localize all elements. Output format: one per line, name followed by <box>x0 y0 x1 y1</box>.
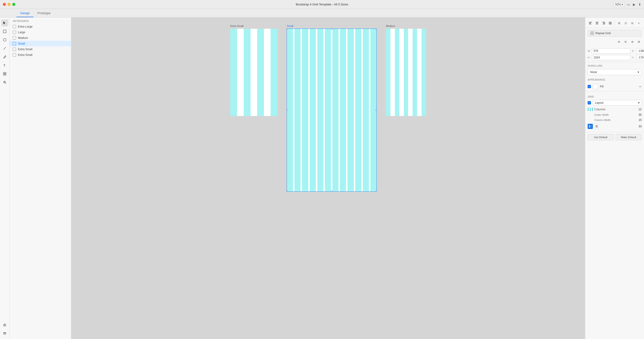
svg-rect-35 <box>589 125 590 128</box>
distribute-right-icon[interactable]: ⊟ <box>629 20 635 26</box>
sidebar-item-extra-small-1[interactable]: Extra Small <box>10 46 71 52</box>
zoom-chevron-icon: ▾ <box>622 3 623 6</box>
align-justify-icon[interactable] <box>608 20 613 26</box>
svg-point-2 <box>3 38 6 41</box>
layers-icon[interactable] <box>1 330 8 337</box>
align-left-icon[interactable] <box>588 20 593 26</box>
x-input[interactable] <box>636 48 644 53</box>
artboard-canvas-small[interactable] <box>287 29 376 191</box>
sidebar-item-large[interactable]: Large <box>10 29 71 35</box>
component-tool[interactable] <box>1 70 8 77</box>
handle-middle-left[interactable] <box>287 109 288 111</box>
line-tool[interactable] <box>1 45 8 52</box>
svg-rect-8 <box>3 74 4 75</box>
height-input[interactable] <box>592 55 630 60</box>
fill-edit-icon[interactable]: ✏ <box>639 85 642 88</box>
column-width-value: 15 <box>638 118 642 122</box>
make-default-button[interactable]: Make Default <box>616 134 642 140</box>
artboard-icon <box>13 36 16 40</box>
repeat-grid-button[interactable]: Repeat Grid <box>588 30 642 36</box>
height-group: H <box>588 55 630 60</box>
svg-rect-23 <box>596 23 598 23</box>
use-default-button[interactable]: Use Default <box>588 134 614 140</box>
tab-prototype[interactable]: Prototype <box>34 9 54 17</box>
x-label: X <box>632 49 635 52</box>
paste-in-place-icon[interactable]: ⊕ <box>629 39 635 44</box>
sidebar-item-extra-large[interactable]: Extra Large <box>10 24 71 29</box>
svg-rect-20 <box>589 23 591 23</box>
distribute-left-icon[interactable]: ⊞ <box>616 20 622 26</box>
scrolling-dropdown[interactable]: None ▾ <box>588 69 642 75</box>
handle-bottom-center[interactable] <box>331 190 332 191</box>
text-tool[interactable]: T <box>1 62 8 69</box>
padding-icons <box>588 124 599 129</box>
copy-icon[interactable]: ⧉ <box>616 39 622 44</box>
sidebar-item-medium[interactable]: Medium <box>10 35 71 41</box>
paste-appearance-icon[interactable]: ⊞ <box>636 39 642 44</box>
align-right-icon[interactable] <box>601 20 606 26</box>
sidebar-item-extra-small-2[interactable]: Extra Small <box>10 52 71 58</box>
artboard-icon <box>13 53 16 56</box>
handle-top-center[interactable] <box>331 29 332 30</box>
svg-rect-29 <box>609 23 612 23</box>
svg-rect-16 <box>3 333 6 333</box>
padding-row: 33 <box>585 123 644 130</box>
distribute-center-icon[interactable]: ⊡ <box>623 20 628 26</box>
play-icon[interactable]: ▶ <box>633 2 636 6</box>
rectangle-tool[interactable] <box>1 28 8 35</box>
svg-rect-34 <box>592 33 594 35</box>
width-input[interactable] <box>592 48 630 53</box>
grid-checkbox[interactable]: ✓ <box>588 101 591 104</box>
artboard-canvas-medium[interactable] <box>386 29 426 116</box>
device-icon[interactable]: ▭ <box>627 2 630 6</box>
svg-rect-18 <box>3 334 6 335</box>
artboard-label-extra-small: Extra Small <box>230 24 244 27</box>
grid-layout-label: Layout <box>595 101 604 104</box>
alignment-toolbar: ⊞ ⊡ ⊟ ≡ <box>585 19 644 28</box>
window-title: Bootstrap 4 Grid Template - All 5 Sizes <box>296 2 348 6</box>
right-panel: ⊞ ⊡ ⊟ ≡ Repeat Grid ⧉ ⧉ ⊕ ⊞ W <box>585 17 644 339</box>
svg-rect-9 <box>5 74 6 75</box>
distribute-justify-icon[interactable]: ≡ <box>636 20 642 26</box>
align-center-icon[interactable] <box>594 20 600 26</box>
fill-checkbox[interactable]: ✓ <box>588 85 591 88</box>
pad-right-icon[interactable] <box>594 124 599 129</box>
pad-left-icon[interactable] <box>588 124 593 129</box>
canvas[interactable]: Extra Small Small <box>71 17 585 339</box>
zoom-tool[interactable] <box>1 79 8 86</box>
svg-rect-17 <box>3 333 6 334</box>
share-icon[interactable]: ⬆ <box>638 2 641 6</box>
handle-bottom-right[interactable] <box>376 190 376 191</box>
handle-middle-right[interactable] <box>376 109 376 111</box>
maximize-button[interactable] <box>12 3 15 6</box>
grid-layout-dropdown[interactable]: Layout ▾ <box>593 100 642 106</box>
minimize-button[interactable] <box>8 3 10 6</box>
handle-bottom-left[interactable] <box>287 190 288 191</box>
close-button[interactable] <box>3 3 6 6</box>
artboard-canvas-extra-small[interactable] <box>230 29 278 116</box>
svg-marker-0 <box>3 21 6 24</box>
svg-rect-25 <box>602 22 605 22</box>
handle-top-left[interactable] <box>287 29 288 30</box>
select-tool[interactable] <box>1 19 8 26</box>
columns-value: 12 <box>638 108 642 111</box>
sidebar-item-small[interactable]: Small <box>10 41 71 46</box>
x-group: X 🔗 <box>632 48 644 53</box>
y-label: Y <box>632 56 635 59</box>
zoom-selector[interactable]: 60% ▾ <box>614 2 625 7</box>
artboard-label-medium: Medium <box>386 24 395 27</box>
svg-rect-38 <box>595 126 596 127</box>
pen-tool[interactable] <box>1 53 8 60</box>
plugins-icon[interactable] <box>1 322 8 329</box>
handle-top-right[interactable] <box>376 29 376 30</box>
svg-point-15 <box>4 325 5 326</box>
tab-design[interactable]: Design <box>16 9 34 17</box>
artboard-icon <box>13 31 16 34</box>
fill-color-swatch[interactable] <box>593 84 598 89</box>
ellipse-tool[interactable] <box>1 36 8 43</box>
paste-icon[interactable]: ⧉ <box>623 39 628 44</box>
main-layout: T ARTBOARDS Extra Large Large <box>0 17 644 339</box>
y-input[interactable] <box>636 55 644 60</box>
zoom-value: 60% <box>615 3 621 6</box>
fill-row: ✓ Fill ✏ <box>585 82 644 91</box>
